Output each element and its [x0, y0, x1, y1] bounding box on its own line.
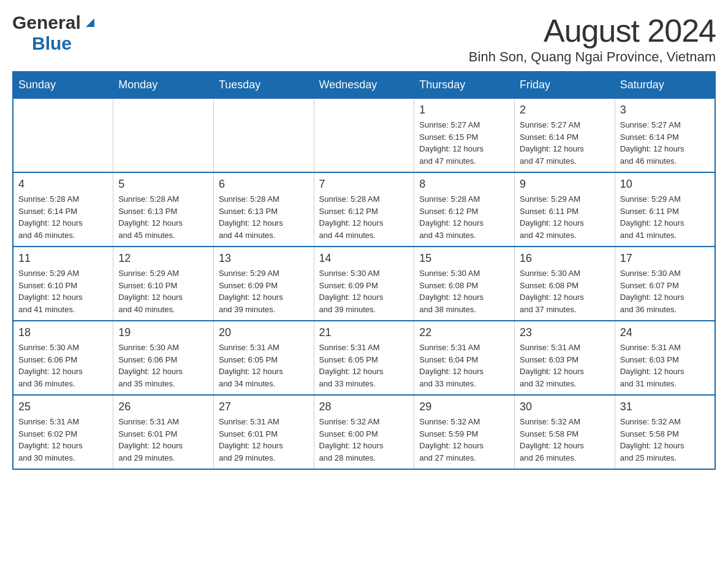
day-number: 13	[219, 252, 309, 265]
day-info: Sunrise: 5:32 AM Sunset: 5:58 PM Dayligh…	[520, 416, 610, 464]
day-info: Sunrise: 5:30 AM Sunset: 6:08 PM Dayligh…	[419, 267, 509, 315]
month-title: August 2024	[469, 12, 716, 49]
calendar-cell: 22Sunrise: 5:31 AM Sunset: 6:04 PM Dayli…	[414, 321, 515, 395]
day-info: Sunrise: 5:28 AM Sunset: 6:12 PM Dayligh…	[419, 193, 509, 241]
day-info: Sunrise: 5:29 AM Sunset: 6:11 PM Dayligh…	[520, 193, 610, 241]
day-info: Sunrise: 5:31 AM Sunset: 6:03 PM Dayligh…	[520, 342, 610, 389]
calendar-header-thursday: Thursday	[414, 72, 515, 98]
day-info: Sunrise: 5:27 AM Sunset: 6:15 PM Dayligh…	[419, 119, 509, 167]
day-number: 22	[419, 326, 509, 339]
day-number: 5	[118, 178, 208, 191]
day-info: Sunrise: 5:30 AM Sunset: 6:08 PM Dayligh…	[520, 267, 610, 315]
day-info: Sunrise: 5:31 AM Sunset: 6:03 PM Dayligh…	[620, 342, 710, 389]
calendar-cell	[314, 98, 414, 172]
day-number: 16	[520, 252, 610, 265]
day-number: 2	[520, 104, 610, 117]
calendar-cell: 3Sunrise: 5:27 AM Sunset: 6:14 PM Daylig…	[615, 98, 715, 172]
calendar-week-5: 25Sunrise: 5:31 AM Sunset: 6:02 PM Dayli…	[13, 395, 715, 469]
day-info: Sunrise: 5:32 AM Sunset: 5:59 PM Dayligh…	[419, 416, 509, 464]
calendar-cell: 21Sunrise: 5:31 AM Sunset: 6:05 PM Dayli…	[314, 321, 414, 395]
calendar-cell: 28Sunrise: 5:32 AM Sunset: 6:00 PM Dayli…	[314, 395, 414, 469]
day-number: 31	[620, 400, 710, 413]
calendar-table: SundayMondayTuesdayWednesdayThursdayFrid…	[12, 71, 716, 470]
calendar-cell: 23Sunrise: 5:31 AM Sunset: 6:03 PM Dayli…	[515, 321, 615, 395]
calendar-cell: 31Sunrise: 5:32 AM Sunset: 5:58 PM Dayli…	[615, 395, 715, 469]
day-info: Sunrise: 5:31 AM Sunset: 6:04 PM Dayligh…	[419, 342, 509, 389]
day-number: 6	[219, 178, 309, 191]
calendar-cell: 4Sunrise: 5:28 AM Sunset: 6:14 PM Daylig…	[13, 172, 113, 247]
day-number: 1	[419, 104, 509, 117]
day-number: 8	[419, 178, 509, 191]
day-number: 30	[520, 400, 610, 413]
calendar-header-saturday: Saturday	[615, 72, 715, 98]
calendar-cell	[13, 98, 113, 172]
day-number: 9	[520, 178, 610, 191]
day-info: Sunrise: 5:29 AM Sunset: 6:11 PM Dayligh…	[620, 193, 710, 241]
calendar-cell: 27Sunrise: 5:31 AM Sunset: 6:01 PM Dayli…	[213, 395, 314, 469]
day-number: 7	[319, 178, 409, 191]
day-number: 21	[319, 326, 409, 339]
day-info: Sunrise: 5:28 AM Sunset: 6:14 PM Dayligh…	[18, 193, 108, 241]
calendar-cell: 26Sunrise: 5:31 AM Sunset: 6:01 PM Dayli…	[113, 395, 214, 469]
day-info: Sunrise: 5:30 AM Sunset: 6:06 PM Dayligh…	[18, 342, 108, 389]
calendar-header-monday: Monday	[113, 72, 214, 98]
calendar-cell: 14Sunrise: 5:30 AM Sunset: 6:09 PM Dayli…	[314, 247, 414, 321]
calendar-week-4: 18Sunrise: 5:30 AM Sunset: 6:06 PM Dayli…	[13, 321, 715, 395]
calendar-cell: 2Sunrise: 5:27 AM Sunset: 6:14 PM Daylig…	[515, 98, 615, 172]
calendar-week-1: 1Sunrise: 5:27 AM Sunset: 6:15 PM Daylig…	[13, 98, 715, 172]
day-info: Sunrise: 5:32 AM Sunset: 5:58 PM Dayligh…	[620, 416, 710, 464]
calendar-cell: 24Sunrise: 5:31 AM Sunset: 6:03 PM Dayli…	[615, 321, 715, 395]
calendar-cell: 20Sunrise: 5:31 AM Sunset: 6:05 PM Dayli…	[213, 321, 314, 395]
day-info: Sunrise: 5:30 AM Sunset: 6:09 PM Dayligh…	[319, 267, 409, 315]
day-number: 23	[520, 326, 610, 339]
calendar-week-3: 11Sunrise: 5:29 AM Sunset: 6:10 PM Dayli…	[13, 247, 715, 321]
logo-general-text: General	[12, 12, 81, 33]
calendar-header-wednesday: Wednesday	[314, 72, 414, 98]
calendar-cell: 16Sunrise: 5:30 AM Sunset: 6:08 PM Dayli…	[515, 247, 615, 321]
day-number: 27	[219, 400, 309, 413]
calendar-week-2: 4Sunrise: 5:28 AM Sunset: 6:14 PM Daylig…	[13, 172, 715, 247]
title-area: August 2024 Binh Son, Quang Ngai Provinc…	[469, 12, 716, 65]
page-header: General Blue August 2024 Binh Son, Quang…	[12, 12, 716, 65]
day-info: Sunrise: 5:27 AM Sunset: 6:14 PM Dayligh…	[620, 119, 710, 167]
calendar-header-row: SundayMondayTuesdayWednesdayThursdayFrid…	[13, 72, 715, 98]
day-info: Sunrise: 5:31 AM Sunset: 6:01 PM Dayligh…	[118, 416, 208, 464]
calendar-cell: 9Sunrise: 5:29 AM Sunset: 6:11 PM Daylig…	[515, 172, 615, 247]
calendar-cell: 10Sunrise: 5:29 AM Sunset: 6:11 PM Dayli…	[615, 172, 715, 247]
calendar-header-friday: Friday	[515, 72, 615, 98]
calendar-cell: 25Sunrise: 5:31 AM Sunset: 6:02 PM Dayli…	[13, 395, 113, 469]
calendar-cell: 19Sunrise: 5:30 AM Sunset: 6:06 PM Dayli…	[113, 321, 214, 395]
calendar-cell: 17Sunrise: 5:30 AM Sunset: 6:07 PM Dayli…	[615, 247, 715, 321]
day-info: Sunrise: 5:30 AM Sunset: 6:07 PM Dayligh…	[620, 267, 710, 315]
calendar-header-sunday: Sunday	[13, 72, 113, 98]
day-info: Sunrise: 5:31 AM Sunset: 6:01 PM Dayligh…	[219, 416, 309, 464]
day-info: Sunrise: 5:31 AM Sunset: 6:02 PM Dayligh…	[18, 416, 108, 464]
day-info: Sunrise: 5:31 AM Sunset: 6:05 PM Dayligh…	[219, 342, 309, 389]
day-info: Sunrise: 5:27 AM Sunset: 6:14 PM Dayligh…	[520, 119, 610, 167]
day-info: Sunrise: 5:30 AM Sunset: 6:06 PM Dayligh…	[118, 342, 208, 389]
calendar-cell: 29Sunrise: 5:32 AM Sunset: 5:59 PM Dayli…	[414, 395, 515, 469]
calendar-cell: 5Sunrise: 5:28 AM Sunset: 6:13 PM Daylig…	[113, 172, 214, 247]
svg-marker-0	[86, 18, 94, 27]
day-info: Sunrise: 5:31 AM Sunset: 6:05 PM Dayligh…	[319, 342, 409, 389]
calendar-cell	[113, 98, 214, 172]
calendar-cell: 13Sunrise: 5:29 AM Sunset: 6:09 PM Dayli…	[213, 247, 314, 321]
day-number: 26	[118, 400, 208, 413]
day-number: 28	[319, 400, 409, 413]
day-number: 15	[419, 252, 509, 265]
location-subtitle: Binh Son, Quang Ngai Province, Vietnam	[469, 49, 716, 65]
logo-triangle-icon	[83, 16, 97, 32]
calendar-cell	[213, 98, 314, 172]
day-number: 19	[118, 326, 208, 339]
day-info: Sunrise: 5:29 AM Sunset: 6:09 PM Dayligh…	[219, 267, 309, 315]
calendar-cell: 11Sunrise: 5:29 AM Sunset: 6:10 PM Dayli…	[13, 247, 113, 321]
day-number: 3	[620, 104, 710, 117]
day-number: 24	[620, 326, 710, 339]
day-info: Sunrise: 5:28 AM Sunset: 6:13 PM Dayligh…	[219, 193, 309, 241]
day-number: 20	[219, 326, 309, 339]
calendar-cell: 18Sunrise: 5:30 AM Sunset: 6:06 PM Dayli…	[13, 321, 113, 395]
day-number: 18	[18, 326, 108, 339]
day-info: Sunrise: 5:29 AM Sunset: 6:10 PM Dayligh…	[18, 267, 108, 315]
day-number: 29	[419, 400, 509, 413]
logo: General Blue	[12, 12, 97, 54]
